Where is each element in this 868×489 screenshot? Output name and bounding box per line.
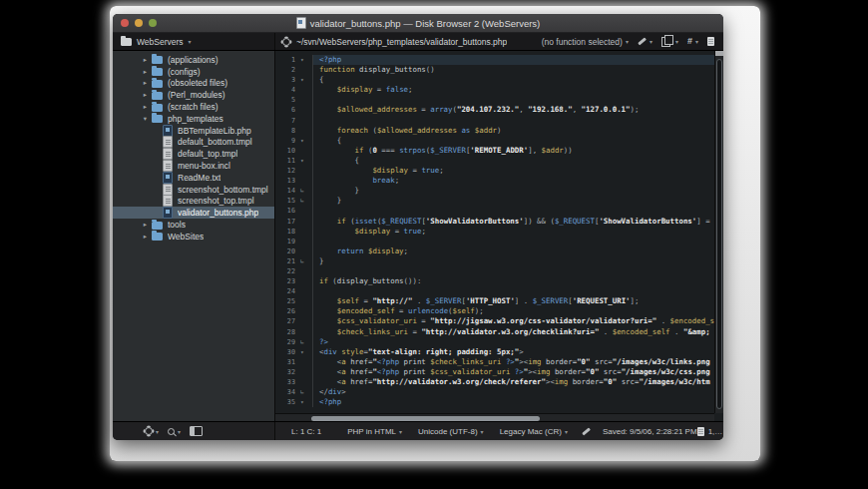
tree-item[interactable]: ▸(Perl_modules): [113, 89, 274, 101]
scrollbar-placard[interactable]: [715, 51, 723, 56]
disclosure-triangle-icon[interactable]: ▸: [139, 91, 152, 99]
code-line[interactable]: 8 foreach ($allowed_addresses as $addr): [275, 126, 714, 136]
titlebar[interactable]: validator_buttons.php — Disk Browser 2 (…: [113, 14, 723, 33]
horizontal-scrollbar[interactable]: [275, 413, 714, 421]
vertical-scroll-thumb[interactable]: [716, 59, 722, 409]
sidebar-toggle-icon[interactable]: [190, 426, 203, 436]
minimize-button[interactable]: [135, 19, 143, 27]
code-line[interactable]: 22: [275, 266, 714, 276]
code-line[interactable]: 14∟ }: [275, 186, 714, 196]
disclosure-triangle-icon[interactable]: ▸: [139, 103, 152, 111]
zoom-button[interactable]: [149, 19, 157, 27]
disclosure-triangle-icon[interactable]: ▸: [139, 221, 152, 229]
disclosure-triangle-icon[interactable]: ▾: [139, 115, 152, 123]
tree-item[interactable]: ▸WebSites: [113, 231, 274, 243]
fold-marker-icon[interactable]: ▾: [298, 136, 312, 146]
code-editor[interactable]: 1▾<?php2function display_buttons()3▾{4 $…: [275, 51, 723, 421]
code-line[interactable]: 23if (display_buttons()):: [275, 276, 714, 286]
code-line[interactable]: 26 $encoded_self = urlencode($self);: [275, 306, 714, 316]
code-line[interactable]: 5: [275, 95, 714, 105]
code-line[interactable]: 18 $display = true;: [275, 227, 714, 237]
code-line[interactable]: 19: [275, 237, 714, 246]
code-line[interactable]: 28 $check_links_uri = "http://validator.…: [275, 327, 714, 337]
line-number-menu[interactable]: # ▾: [687, 37, 698, 46]
tree-item[interactable]: screenshot_top.tmpl: [113, 196, 274, 208]
tree-item[interactable]: ▸(obsoleted files): [113, 78, 274, 90]
code-line[interactable]: 34∟</div>: [275, 387, 714, 397]
code-line[interactable]: 29∟?>: [275, 337, 714, 347]
code-line[interactable]: 17 if (isset($_REQUEST['ShowValidatorBut…: [275, 217, 714, 227]
disclosure-triangle-icon[interactable]: ▸: [139, 68, 152, 76]
code-line[interactable]: 4 $display = false;: [275, 85, 714, 95]
code-line[interactable]: 24: [275, 286, 714, 296]
fold-marker-icon[interactable]: ▾: [298, 75, 312, 85]
tree-item[interactable]: ReadMe.txt: [113, 172, 274, 184]
code-lines[interactable]: 1▾<?php2function display_buttons()3▾{4 $…: [275, 51, 714, 413]
code-line[interactable]: 2function display_buttons(): [275, 65, 714, 75]
file-tree[interactable]: ▸(applications)▸(configs)▸(obsoleted fil…: [113, 51, 275, 421]
fold-marker-icon[interactable]: ∟: [298, 387, 312, 397]
code-line[interactable]: 32 <a href="<?php print $css_validator_u…: [275, 367, 714, 377]
disclosure-triangle-icon[interactable]: ▸: [139, 56, 152, 64]
file-icon: [163, 207, 173, 219]
tree-item[interactable]: default_bottom.tmpl: [113, 137, 274, 149]
tree-item[interactable]: default_top.tmpl: [113, 148, 274, 160]
fold-marker-icon[interactable]: ∟: [298, 256, 312, 266]
close-button[interactable]: [121, 19, 129, 27]
fold-marker-icon[interactable]: ∟: [298, 196, 312, 206]
gear-icon[interactable]: [282, 38, 290, 46]
code-line[interactable]: 7: [275, 116, 714, 126]
code-line[interactable]: 25 $self = "http://" . $_SERVER['HTTP_HO…: [275, 296, 714, 306]
code-line[interactable]: 35▾<?php: [275, 397, 714, 407]
tree-item[interactable]: ▸tools: [113, 219, 274, 231]
code-line[interactable]: 11▾ {: [275, 156, 714, 166]
tree-item[interactable]: ▸(applications): [113, 54, 274, 66]
tree-item[interactable]: ▸(configs): [113, 66, 274, 78]
code-line[interactable]: 21∟}: [275, 256, 714, 266]
function-selector[interactable]: (no function selected) ▾: [542, 37, 629, 47]
code-line[interactable]: 3▾{: [275, 75, 714, 85]
code-line[interactable]: 16: [275, 206, 714, 216]
language-selector[interactable]: PHP in HTML ▾: [347, 427, 402, 436]
documents-menu[interactable]: ▾: [661, 37, 678, 47]
code-line[interactable]: 9▾ {: [275, 136, 714, 146]
markers-menu[interactable]: ▾: [638, 38, 652, 45]
fold-marker-icon[interactable]: ∟: [298, 337, 312, 347]
vertical-scrollbar[interactable]: [714, 51, 723, 413]
fold-marker-icon[interactable]: ▾: [298, 347, 312, 357]
fold-marker-icon[interactable]: ∟: [298, 186, 312, 196]
code-line[interactable]: 12 $display = true;: [275, 166, 714, 176]
fold-marker-icon[interactable]: ▾: [298, 397, 312, 407]
folder-icon: [152, 68, 163, 76]
tree-item[interactable]: BBTemplateLib.php: [113, 125, 274, 137]
disclosure-triangle-icon[interactable]: ▸: [139, 233, 152, 241]
tree-item[interactable]: validator_buttons.php: [113, 207, 274, 219]
code-line[interactable]: 15∟ }: [275, 196, 714, 206]
line-endings-selector[interactable]: Legacy Mac (CR) ▾: [500, 427, 568, 436]
code-line[interactable]: 20 return $display;: [275, 246, 714, 256]
code-line[interactable]: 1▾<?php: [275, 55, 714, 65]
fold-marker-icon[interactable]: ▾: [298, 156, 312, 166]
tree-item[interactable]: menu-box.incl: [113, 160, 274, 172]
tree-item[interactable]: ▸(scratch files): [113, 101, 274, 113]
code-line[interactable]: 33 <a href="http://validator.w3.org/chec…: [275, 377, 714, 387]
tree-item[interactable]: ▾php_templates: [113, 113, 274, 125]
root-folder-selector[interactable]: WebServers ▾: [113, 33, 275, 50]
encoding-selector[interactable]: Unicode (UTF-8) ▾: [418, 427, 484, 436]
horizontal-scroll-thumb[interactable]: [311, 416, 540, 421]
code-line[interactable]: 30▾<div style="text-align: right; paddin…: [275, 347, 714, 357]
code-line[interactable]: 6 $allowed_addresses = array("204.107.23…: [275, 105, 714, 115]
code-text: }: [312, 186, 714, 196]
search-menu[interactable]: ▾: [168, 428, 181, 435]
code-line[interactable]: 27 $css_validator_uri = "http://jigsaw.w…: [275, 316, 714, 326]
document-proxy-icon[interactable]: [296, 17, 306, 29]
writable-pencil-icon[interactable]: [582, 427, 591, 435]
code-line[interactable]: 31 <a href="<?php print $check_links_uri…: [275, 357, 714, 367]
fold-marker-icon[interactable]: ▾: [298, 55, 312, 65]
disclosure-triangle-icon[interactable]: ▸: [139, 79, 152, 87]
settings-menu[interactable]: ▾: [145, 427, 159, 435]
document-icon[interactable]: [707, 37, 714, 46]
code-line[interactable]: 13 break;: [275, 176, 714, 186]
tree-item[interactable]: screenshot_bottom.tmpl: [113, 184, 274, 196]
code-line[interactable]: 10 if (0 === strpos($_SERVER['REMOTE_ADD…: [275, 146, 714, 156]
